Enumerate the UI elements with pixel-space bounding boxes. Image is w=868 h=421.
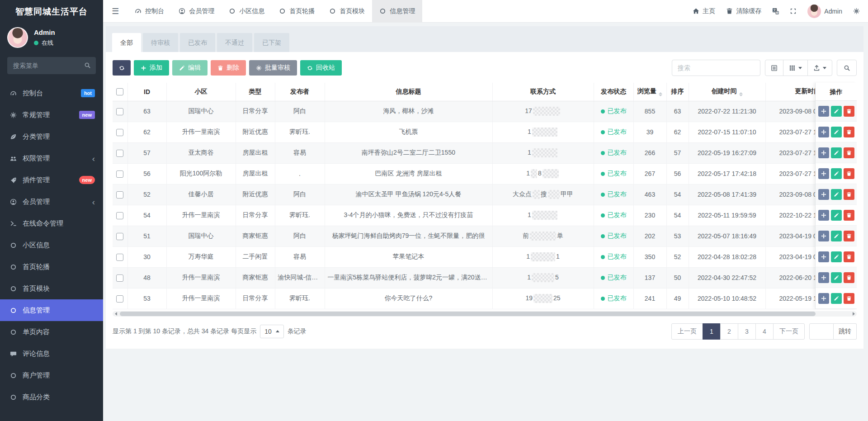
row-move-button[interactable]	[818, 251, 829, 262]
row-edit-button[interactable]	[831, 168, 842, 179]
page-button-4[interactable]: 4	[755, 323, 774, 340]
row-edit-button[interactable]	[831, 251, 842, 262]
horizontal-scrollbar[interactable]	[113, 311, 857, 317]
sidebar-item-comment[interactable]: 评论信息	[0, 343, 103, 364]
row-edit-button[interactable]	[831, 231, 842, 241]
row-checkbox[interactable]	[116, 254, 123, 261]
language-button[interactable]: 文A	[772, 8, 779, 14]
sidebar-item-category[interactable]: 分类管理	[0, 126, 103, 147]
table-row[interactable]: 51 国瑞中心 商家钜惠 阿白 杨家坪蚝门海鲜自助烤肉79一位，生蚝不限量，肥的…	[113, 226, 857, 246]
page-size-select[interactable]: 10	[260, 325, 284, 338]
jump-button[interactable]: 跳转	[834, 323, 857, 340]
scroll-left-arrow[interactable]	[113, 311, 119, 317]
table-row[interactable]: 30 万寿华庭 二手闲置 容易 苹果笔记本 11 已发布 350 52 2022…	[113, 246, 857, 267]
row-move-button[interactable]	[818, 272, 829, 283]
scrollbar-thumb[interactable]	[120, 312, 816, 316]
sidebar-item-info[interactable]: 信息管理	[0, 299, 103, 321]
top-tab-info[interactable]: 信息管理	[372, 0, 422, 23]
menu-search-input[interactable]	[7, 57, 96, 74]
column-header[interactable]: 创建时间	[689, 83, 765, 101]
table-search-input[interactable]	[672, 60, 760, 76]
row-move-button[interactable]	[818, 231, 829, 241]
table-row[interactable]: 63 国瑞中心 日常分享 阿白 海风，椰林，沙滩 17 已发布 855 63 2…	[113, 101, 857, 122]
row-checkbox[interactable]	[116, 212, 123, 219]
row-checkbox[interactable]	[116, 129, 123, 136]
home-link[interactable]: 主页	[693, 7, 715, 15]
row-delete-button[interactable]	[844, 127, 854, 137]
row-move-button[interactable]	[818, 106, 829, 117]
row-checkbox[interactable]	[116, 295, 123, 303]
page-button-3[interactable]: 3	[738, 323, 756, 340]
filter-tab-offline[interactable]: 已下架	[254, 33, 289, 52]
clear-cache-button[interactable]: 清除缓存	[726, 7, 761, 15]
table-row[interactable]: 56 阳光100阿尔勒 房屋出租 . 巴南区 龙洲湾 房屋出租 18 已发布 2…	[113, 163, 857, 184]
select-all-checkbox[interactable]	[116, 88, 123, 95]
row-delete-button[interactable]	[844, 168, 854, 179]
page-button-1[interactable]: 1	[703, 323, 721, 340]
row-delete-button[interactable]	[844, 210, 854, 221]
column-header[interactable]: 浏览量	[633, 83, 666, 101]
fullscreen-button[interactable]	[790, 8, 797, 14]
row-edit-button[interactable]	[831, 127, 842, 137]
table-row[interactable]: 53 升伟一里南滨 日常分享 霁昕珏. 你今天吃了什么? 1925 已发布 24…	[113, 288, 857, 309]
row-move-button[interactable]	[818, 127, 829, 137]
row-move-button[interactable]	[818, 293, 829, 304]
recycle-bin-button[interactable]: 回收站	[300, 60, 342, 76]
row-checkbox[interactable]	[116, 150, 123, 157]
top-tab-community[interactable]: 小区信息	[222, 0, 272, 23]
settings-button[interactable]	[853, 8, 860, 14]
table-row[interactable]: 54 升伟一里南滨 日常分享 霁昕珏. 3-4个月的小猫咪，免费送，只不过没有打…	[113, 205, 857, 226]
filter-tab-all[interactable]: 全部	[112, 33, 141, 52]
columns-button[interactable]	[783, 60, 808, 76]
row-edit-button[interactable]	[831, 189, 842, 200]
row-edit-button[interactable]	[831, 272, 842, 283]
row-move-button[interactable]	[818, 147, 829, 158]
edit-button[interactable]: 编辑	[172, 60, 208, 76]
table-row[interactable]: 48 升伟一里南滨 商家钜惠 渝快同城-信息推广 一里南滨5栋菜鸟驿站便利店，菠…	[113, 267, 857, 288]
sidebar-item-goods[interactable]: 商品分类	[0, 386, 103, 408]
prev-page-button[interactable]: 上一页	[671, 323, 703, 340]
row-delete-button[interactable]	[844, 251, 854, 262]
sidebar-item-member[interactable]: 会员管理‹	[0, 191, 103, 213]
row-edit-button[interactable]	[831, 106, 842, 117]
row-delete-button[interactable]	[844, 293, 854, 304]
filter-tab-published[interactable]: 已发布	[180, 33, 215, 52]
page-button-2[interactable]: 2	[720, 323, 738, 340]
export-button[interactable]	[807, 60, 832, 76]
row-move-button[interactable]	[818, 189, 829, 200]
sidebar-item-module[interactable]: 首页模块	[0, 278, 103, 299]
scroll-right-arrow[interactable]	[850, 311, 857, 317]
add-button[interactable]: 添加	[134, 60, 169, 76]
next-page-button[interactable]: 下一页	[773, 323, 805, 340]
filter-tab-pending[interactable]: 待审核	[143, 33, 178, 52]
sidebar-item-banner[interactable]: 首页轮播	[0, 256, 103, 278]
row-move-button[interactable]	[818, 210, 829, 221]
row-edit-button[interactable]	[831, 293, 842, 304]
search-toggle-button[interactable]	[837, 60, 857, 76]
row-delete-button[interactable]	[844, 189, 854, 200]
filter-tab-rejected[interactable]: 不通过	[217, 33, 252, 52]
row-checkbox[interactable]	[116, 170, 123, 178]
sidebar-item-merchant[interactable]: 商户管理	[0, 364, 103, 386]
user-menu[interactable]: Admin	[807, 5, 842, 18]
table-row[interactable]: 62 升伟一里南滨 附近优惠 霁昕珏. 飞机票 1 已发布 39 62 2022…	[113, 122, 857, 142]
row-edit-button[interactable]	[831, 210, 842, 221]
jump-page-input[interactable]	[809, 323, 834, 340]
refresh-button[interactable]	[113, 60, 131, 76]
sidebar-item-dashboard[interactable]: 控制台hot	[0, 82, 103, 104]
delete-button[interactable]: 删除	[211, 60, 246, 76]
sidebar-item-community[interactable]: 小区信息	[0, 234, 103, 256]
table-row[interactable]: 57 亚太商谷 房屋出租 容易 南坪香弥山2号二室二厅二卫1550 1 已发布 …	[113, 142, 857, 163]
row-edit-button[interactable]	[831, 147, 842, 158]
sidebar-item-addon[interactable]: 插件管理new	[0, 169, 103, 191]
row-delete-button[interactable]	[844, 231, 854, 241]
table-row[interactable]: 52 佳馨小居 附近优惠 阿白 渝中区太圣甲 甲鱼汤锅 120元4-5人餐 大众…	[113, 184, 857, 205]
row-delete-button[interactable]	[844, 147, 854, 158]
sidebar-item-command[interactable]: 在线命令管理	[0, 213, 103, 234]
row-delete-button[interactable]	[844, 272, 854, 283]
row-checkbox[interactable]	[116, 108, 123, 115]
top-tab-member[interactable]: 会员管理	[171, 0, 222, 23]
row-move-button[interactable]	[818, 168, 829, 179]
batch-audit-button[interactable]: 批量审核	[249, 60, 297, 76]
sidebar-item-auth[interactable]: 权限管理‹	[0, 147, 103, 169]
